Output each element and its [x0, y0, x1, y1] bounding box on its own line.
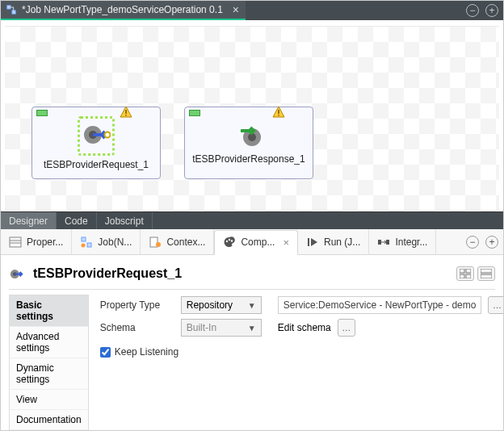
close-icon[interactable]: ×: [283, 236, 289, 249]
grid-icon: [460, 269, 471, 278]
svg-rect-15: [87, 243, 91, 247]
svg-rect-30: [466, 274, 471, 278]
tab-code[interactable]: Code: [57, 212, 97, 229]
keep-listening-checkbox[interactable]: Keep Listening: [100, 346, 178, 358]
svg-point-20: [229, 239, 230, 241]
palette-icon: [223, 236, 236, 249]
nav-basic-settings[interactable]: Basic settings: [10, 295, 88, 327]
node-selection-ring: [78, 116, 115, 156]
tab-label: Job(N...: [98, 236, 132, 248]
svg-rect-29: [460, 274, 464, 278]
svg-point-6: [105, 132, 111, 137]
svg-rect-22: [308, 238, 309, 246]
component-title: tESBProviderRequest_1: [33, 266, 182, 281]
select-value: Built-In: [187, 322, 216, 333]
tab-label: Comp...: [241, 236, 275, 248]
tab-jobscript[interactable]: Jobscript: [97, 212, 153, 229]
tab-run[interactable]: Run (J...: [298, 229, 369, 254]
component-basic-settings-form: Property Type Repository ▼ Service:DemoS…: [89, 295, 504, 431]
warning-icon: [120, 106, 132, 119]
component-header: tESBProviderRequest_1: [9, 263, 495, 290]
editor-tab-label: *Job NewPortType_demoServiceOperation 0.…: [22, 4, 223, 15]
svg-rect-14: [82, 237, 86, 241]
property-type-select[interactable]: Repository ▼: [181, 296, 262, 314]
tab-designer[interactable]: Designer: [1, 212, 57, 229]
canvas-view-tabs: Designer Code Jobscript: [1, 211, 503, 229]
tab-label: Run (J...: [324, 236, 360, 248]
property-type-label: Property Type: [100, 299, 174, 311]
browse-repository-button[interactable]: …: [488, 296, 504, 314]
list-icon: [481, 269, 492, 278]
edit-schema-button[interactable]: …: [338, 319, 355, 337]
svg-point-21: [231, 240, 233, 241]
node-label: tESBProviderRequest_1: [44, 159, 149, 170]
tab-job[interactable]: Job(N...: [72, 229, 141, 254]
tab-label: Integr...: [395, 236, 427, 248]
schema-select[interactable]: Built-In ▼: [181, 319, 262, 337]
run-icon: [306, 236, 319, 249]
svg-rect-11: [10, 237, 21, 247]
view-grid-button[interactable]: [456, 266, 474, 281]
provider-response-icon: [234, 121, 263, 150]
properties-icon: [9, 236, 22, 249]
integration-icon: [377, 236, 390, 249]
design-canvas-wrap: tESBProviderRequest_1 tESBProviderRespon…: [1, 20, 503, 211]
view-list-button[interactable]: [477, 266, 495, 281]
tab-component[interactable]: Comp... ×: [214, 230, 298, 255]
job-icon: [6, 4, 17, 15]
svg-rect-7: [278, 110, 279, 114]
svg-point-19: [226, 241, 228, 242]
editor-tab-active[interactable]: *Job NewPortType_demoServiceOperation 0.…: [1, 1, 246, 20]
tab-label: Contex...: [166, 236, 205, 248]
maximize-panel-icon[interactable]: +: [485, 236, 498, 249]
svg-rect-1: [12, 10, 15, 14]
warning-icon: [272, 106, 285, 119]
nav-view[interactable]: View: [10, 390, 88, 410]
context-icon: [149, 236, 162, 249]
maximize-panel-icon[interactable]: +: [485, 4, 498, 17]
minimize-panel-icon[interactable]: −: [466, 236, 479, 249]
node-activate-badge: [189, 110, 200, 116]
node-label: tESBProviderResponse_1: [192, 153, 304, 165]
property-type-service-field[interactable]: Service:DemoService - NewPortType - demo: [278, 296, 482, 314]
node-activate-badge: [36, 110, 48, 116]
bottom-panel-tabs: Proper... Job(N... Contex... Comp... × R…: [1, 229, 503, 255]
select-value: Repository: [187, 299, 233, 311]
nav-documentation[interactable]: Documentation: [10, 410, 88, 430]
job-icon: [80, 236, 93, 249]
svg-rect-8: [278, 115, 279, 115]
minimize-panel-icon[interactable]: −: [466, 4, 479, 17]
component-panel: tESBProviderRequest_1 Basic settings Adv…: [1, 255, 503, 431]
schema-label: Schema: [100, 322, 174, 333]
close-icon[interactable]: ×: [233, 4, 239, 15]
svg-rect-23: [378, 240, 381, 245]
keep-listening-input[interactable]: [100, 347, 111, 358]
tab-label: Proper...: [27, 236, 63, 248]
provider-request-icon: [82, 120, 111, 149]
svg-rect-27: [460, 269, 464, 273]
editor-tabbar-actions: − +: [466, 4, 498, 17]
node-tesbproviderrequest[interactable]: tESBProviderRequest_1: [32, 107, 161, 179]
keep-listening-label: Keep Listening: [115, 346, 178, 358]
chevron-down-icon: ▼: [248, 301, 256, 310]
svg-rect-31: [481, 269, 492, 273]
tab-properties[interactable]: Proper...: [1, 229, 72, 254]
provider-request-icon: [9, 266, 27, 281]
design-canvas[interactable]: tESBProviderRequest_1 tESBProviderRespon…: [5, 26, 499, 211]
svg-rect-0: [7, 6, 10, 9]
editor-tabbar: *Job NewPortType_demoServiceOperation 0.…: [1, 1, 503, 20]
edit-schema-label: Edit schema: [278, 322, 331, 333]
tab-context[interactable]: Contex...: [141, 229, 214, 254]
component-settings-nav: Basic settings Advanced settings Dynamic…: [9, 295, 89, 431]
svg-rect-3: [125, 115, 126, 115]
svg-point-18: [156, 242, 161, 247]
chevron-down-icon: ▼: [248, 324, 256, 333]
svg-point-16: [82, 243, 86, 247]
node-tesbproviderresponse[interactable]: tESBProviderResponse_1: [184, 107, 313, 179]
svg-rect-32: [481, 274, 492, 278]
tab-integration[interactable]: Integr...: [369, 229, 436, 254]
svg-rect-2: [125, 110, 126, 114]
nav-dynamic-settings[interactable]: Dynamic settings: [10, 358, 88, 390]
svg-rect-28: [466, 269, 471, 273]
